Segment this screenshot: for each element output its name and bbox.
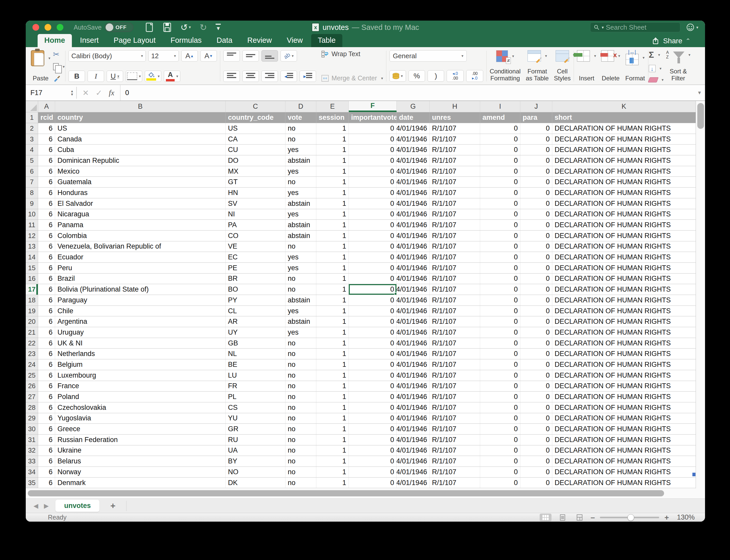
align-top-button[interactable]: [223, 50, 240, 62]
cell-B33[interactable]: Belarus: [55, 456, 226, 466]
cell-I2[interactable]: 0: [480, 123, 520, 134]
cell-I3[interactable]: 0: [480, 134, 520, 145]
cell-G9[interactable]: 04/01/1946: [397, 198, 430, 209]
cell-I21[interactable]: 0: [480, 327, 520, 338]
cell-I35[interactable]: 0: [480, 478, 520, 488]
cell-B14[interactable]: Ecuador: [55, 252, 226, 262]
cell-H7[interactable]: R/1/107: [430, 177, 480, 187]
cell-styles-button[interactable]: CellStyles: [551, 49, 573, 83]
cell-F21[interactable]: 0: [349, 327, 397, 338]
cell-H30[interactable]: R/1/107: [430, 424, 480, 434]
cell-D2[interactable]: no: [285, 123, 316, 134]
insert-cells-button[interactable]: ▾ Insert: [574, 49, 599, 83]
cell-E13[interactable]: 1: [316, 241, 349, 252]
cell-G11[interactable]: 04/01/1946: [397, 220, 430, 230]
cell-A5[interactable]: 6: [38, 155, 55, 166]
cell-C23[interactable]: NL: [226, 349, 285, 359]
normal-view-button[interactable]: [540, 514, 551, 521]
cell-B18[interactable]: Paraguay: [55, 295, 226, 306]
cell-C8[interactable]: HN: [226, 188, 285, 198]
cell-E2[interactable]: 1: [316, 123, 349, 134]
cell-G15[interactable]: 04/01/1946: [397, 263, 430, 273]
delete-caret-icon[interactable]: ▾: [618, 54, 620, 58]
cell-G13[interactable]: 04/01/1946: [397, 241, 430, 252]
cell-G22[interactable]: 04/01/1946: [397, 338, 430, 349]
cell-C7[interactable]: GT: [226, 177, 285, 187]
zoom-slider-thumb[interactable]: [627, 514, 634, 521]
cell-E35[interactable]: 1: [316, 478, 349, 488]
cell-F16[interactable]: 0: [349, 274, 397, 284]
cell-E16[interactable]: 1: [316, 274, 349, 284]
cell-D12[interactable]: abstain: [285, 231, 316, 241]
cell-H34[interactable]: R/1/107: [430, 467, 480, 477]
cell-E1[interactable]: session: [316, 112, 349, 123]
col-header-I[interactable]: I: [480, 101, 520, 112]
page-break-view-button[interactable]: [574, 514, 585, 521]
cell-G12[interactable]: 04/01/1946: [397, 231, 430, 241]
cell-K4[interactable]: DECLARATION OF HUMAN RIGHTS: [552, 145, 696, 155]
cell-G19[interactable]: 04/01/1946: [397, 306, 430, 316]
cell-I16[interactable]: 0: [480, 274, 520, 284]
cell-F11[interactable]: 0: [349, 220, 397, 230]
cell-D15[interactable]: yes: [285, 263, 316, 273]
cell-I6[interactable]: 0: [480, 166, 520, 177]
cell-G26[interactable]: 04/01/1946: [397, 381, 430, 392]
cell-H35[interactable]: R/1/107: [430, 478, 480, 488]
cell-G29[interactable]: 04/01/1946: [397, 413, 430, 424]
cell-K13[interactable]: DECLARATION OF HUMAN RIGHTS: [552, 241, 696, 252]
cell-J6[interactable]: 0: [520, 166, 552, 177]
clear-caret-icon[interactable]: ▾: [662, 78, 664, 82]
comma-format-button[interactable]: ): [428, 70, 444, 82]
row-header-35[interactable]: 35: [26, 478, 38, 488]
cell-D26[interactable]: no: [285, 381, 316, 392]
cell-A8[interactable]: 6: [38, 188, 55, 198]
cell-D29[interactable]: no: [285, 413, 316, 424]
cell-I19[interactable]: 0: [480, 306, 520, 316]
cell-B7[interactable]: Guatemala: [55, 177, 226, 187]
cell-C19[interactable]: CL: [226, 306, 285, 316]
cell-I26[interactable]: 0: [480, 381, 520, 392]
format-cells-button[interactable]: |↔|▾ Format: [623, 49, 648, 83]
cell-F26[interactable]: 0: [349, 381, 397, 392]
cell-F10[interactable]: 0: [349, 209, 397, 220]
cell-C13[interactable]: VE: [226, 241, 285, 252]
cell-I22[interactable]: 0: [480, 338, 520, 349]
cell-E14[interactable]: 1: [316, 252, 349, 262]
row-header-10[interactable]: 10: [26, 209, 38, 220]
cell-F29[interactable]: 0: [349, 413, 397, 424]
cell-H16[interactable]: R/1/107: [430, 274, 480, 284]
cell-D17[interactable]: no: [285, 284, 316, 295]
close-window-button[interactable]: [32, 24, 39, 31]
cell-E28[interactable]: 1: [316, 402, 349, 413]
align-left-button[interactable]: [223, 71, 240, 82]
cell-G27[interactable]: 04/01/1946: [397, 392, 430, 402]
row-header-14[interactable]: 14: [26, 252, 38, 262]
sort-filter-button[interactable]: AZ ▾ Sort &Filter: [664, 49, 693, 83]
cell-K1[interactable]: short: [552, 112, 696, 123]
cancel-icon[interactable]: ✕: [82, 88, 89, 97]
row-header-15[interactable]: 15: [26, 263, 38, 273]
cell-D6[interactable]: yes: [285, 166, 316, 177]
align-right-button[interactable]: [261, 71, 278, 82]
cell-K32[interactable]: DECLARATION OF HUMAN RIGHTS: [552, 445, 696, 456]
new-document-icon[interactable]: [145, 22, 154, 32]
cell-J15[interactable]: 0: [520, 263, 552, 273]
autosave-toggle[interactable]: OFF: [105, 23, 133, 32]
select-all-corner[interactable]: [26, 101, 38, 112]
cell-F3[interactable]: 0: [349, 134, 397, 145]
increase-font-button[interactable]: A▲: [181, 50, 198, 62]
cell-A17[interactable]: 6: [38, 284, 55, 295]
formula-input[interactable]: 0: [120, 85, 703, 100]
cell-F15[interactable]: 0: [349, 263, 397, 273]
cell-E6[interactable]: 1: [316, 166, 349, 177]
currency-format-button[interactable]: ▾: [389, 70, 406, 82]
cell-D32[interactable]: no: [285, 445, 316, 456]
cell-E26[interactable]: 1: [316, 381, 349, 392]
cell-E11[interactable]: 1: [316, 220, 349, 230]
cell-K27[interactable]: DECLARATION OF HUMAN RIGHTS: [552, 392, 696, 402]
cell-H5[interactable]: R/1/107: [430, 155, 480, 166]
cell-F27[interactable]: 0: [349, 392, 397, 402]
cell-B6[interactable]: Mexico: [55, 166, 226, 177]
percent-format-button[interactable]: %: [409, 70, 425, 82]
cell-I24[interactable]: 0: [480, 359, 520, 370]
